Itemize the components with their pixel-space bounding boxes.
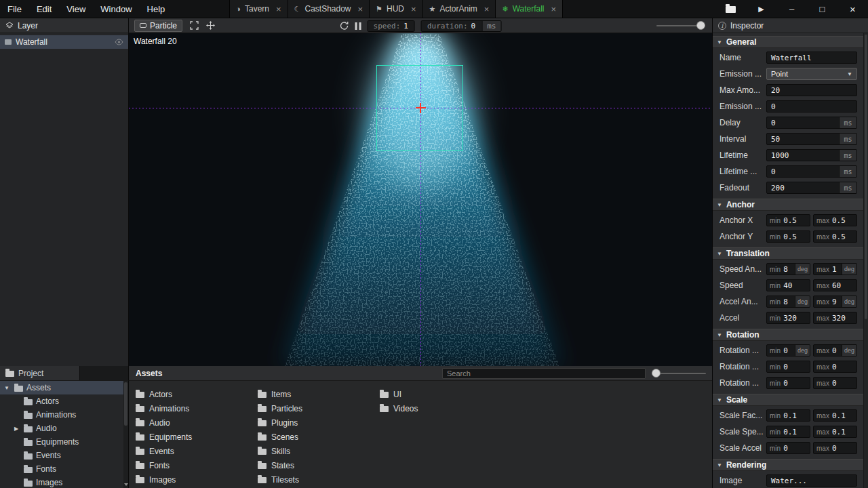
max-input[interactable]: max 0 xyxy=(813,361,857,373)
open-project-button[interactable] xyxy=(715,0,746,18)
milliseconds-input[interactable]: 0 ms xyxy=(766,117,857,129)
asset-folder[interactable]: Scenes xyxy=(258,430,380,444)
maximize-button[interactable]: □ xyxy=(807,0,837,18)
close-tab-icon[interactable]: × xyxy=(276,4,281,14)
document-tab[interactable]: ⚑ HUD × xyxy=(369,0,422,18)
asset-folder[interactable]: UI xyxy=(380,387,502,401)
asset-folder[interactable]: Images xyxy=(136,472,258,487)
search-input[interactable] xyxy=(442,368,646,379)
close-tab-icon[interactable]: × xyxy=(358,4,363,14)
scrollbar-thumb[interactable] xyxy=(865,35,867,319)
min-input[interactable]: min 0 xyxy=(766,442,810,454)
particle-canvas[interactable]: Waterfall 20 xyxy=(129,33,712,366)
max-input[interactable]: max 320 xyxy=(813,312,857,324)
max-amount-input[interactable]: 20 xyxy=(766,84,857,96)
milliseconds-input[interactable]: 50 ms xyxy=(766,133,857,145)
close-tab-icon[interactable]: × xyxy=(411,4,416,14)
document-tab[interactable]: ☾ CastShadow × xyxy=(288,0,370,18)
section-header-rendering[interactable]: ▼ Rendering xyxy=(713,459,868,471)
close-tab-icon[interactable]: × xyxy=(484,4,490,14)
tree-item[interactable]: Actors xyxy=(0,394,123,408)
max-input[interactable]: max 0.5 xyxy=(813,214,857,226)
emission-type-select[interactable]: Point ▼ xyxy=(766,68,857,80)
min-input[interactable]: min 0.1 xyxy=(766,409,810,422)
asset-folder[interactable]: Plugins xyxy=(258,415,380,430)
fit-view-button[interactable] xyxy=(190,21,199,30)
asset-folder[interactable]: Videos xyxy=(380,401,502,415)
milliseconds-input[interactable]: 0 ms xyxy=(766,165,857,178)
inspector-scrollbar[interactable] xyxy=(863,33,868,488)
document-tab[interactable]: ★ ActorAnim × xyxy=(422,0,496,18)
menu[interactable]: Window xyxy=(93,0,139,18)
tree-scrollbar[interactable] xyxy=(123,381,129,488)
max-input[interactable]: max 0.5 xyxy=(813,230,857,243)
asset-folder[interactable]: Actors xyxy=(136,387,258,401)
max-input[interactable]: max 0.1 xyxy=(813,426,857,438)
min-input[interactable]: min 8 deg xyxy=(766,263,810,275)
asset-folder[interactable]: Animations xyxy=(136,401,258,415)
minimize-button[interactable]: – xyxy=(776,0,807,18)
max-input[interactable]: max 0.1 xyxy=(813,409,857,422)
asset-folder[interactable]: Equipments xyxy=(136,430,258,444)
min-input[interactable]: min 0.5 xyxy=(766,230,810,243)
asset-folder[interactable]: Tilesets xyxy=(258,472,380,487)
pause-button[interactable] xyxy=(355,22,361,30)
zoom-slider[interactable] xyxy=(656,21,705,30)
min-input[interactable]: min 0 xyxy=(766,361,810,373)
asset-folder[interactable]: Events xyxy=(136,444,258,458)
restart-button[interactable] xyxy=(340,21,349,30)
menu[interactable]: Help xyxy=(140,0,173,18)
asset-folder[interactable]: Skills xyxy=(258,444,380,458)
thumbnail-size-slider[interactable] xyxy=(652,369,706,378)
scrollbar-thumb[interactable] xyxy=(124,382,127,426)
min-input[interactable]: min 8 deg xyxy=(766,296,810,308)
max-input[interactable]: max 1 deg xyxy=(813,263,857,275)
visibility-eye-icon[interactable] xyxy=(115,39,123,45)
asset-folder[interactable]: Fonts xyxy=(136,458,258,472)
milliseconds-input[interactable]: 1000 ms xyxy=(766,149,857,161)
section-header-translation[interactable]: ▼ Translation xyxy=(713,247,868,260)
emission-count-input[interactable]: 0 xyxy=(766,100,857,113)
document-tab[interactable]: ◑ Tavern × xyxy=(229,0,287,18)
speed-input[interactable]: speed: 1 xyxy=(368,20,415,32)
image-picker[interactable]: Water... xyxy=(766,474,857,487)
close-button[interactable]: × xyxy=(837,0,868,18)
emitter-origin-marker[interactable] xyxy=(420,103,421,113)
close-tab-icon[interactable]: × xyxy=(551,4,557,14)
tree-item[interactable]: Images xyxy=(0,476,123,488)
layer-panel-header[interactable]: Layer xyxy=(0,18,129,33)
menu[interactable]: File xyxy=(0,0,29,18)
max-input[interactable]: max 0 xyxy=(813,377,857,389)
duration-input[interactable]: duration: 0 ms xyxy=(421,20,501,32)
min-input[interactable]: min 0 xyxy=(766,377,810,389)
particle-mode-button[interactable]: Particle xyxy=(134,20,182,32)
asset-folder[interactable]: Items xyxy=(258,387,380,401)
milliseconds-input[interactable]: 200 ms xyxy=(766,182,857,194)
tree-item[interactable]: Animations xyxy=(0,408,123,422)
slider-knob[interactable] xyxy=(652,369,660,378)
tree-item[interactable]: ▶ Audio xyxy=(0,422,123,435)
tree-item[interactable]: Events xyxy=(0,449,123,462)
center-view-button[interactable] xyxy=(206,21,215,30)
max-input[interactable]: max 60 xyxy=(813,279,857,291)
max-input[interactable]: max 0 deg xyxy=(813,344,857,357)
menu[interactable]: Edit xyxy=(29,0,59,18)
asset-folder[interactable]: Audio xyxy=(136,415,258,430)
tree-item[interactable]: Equipments xyxy=(0,435,123,449)
slider-knob[interactable] xyxy=(696,21,705,30)
name-input[interactable]: Waterfall xyxy=(766,52,857,64)
tree-expander-icon[interactable]: ▶ xyxy=(12,426,20,432)
tree-expander-icon[interactable]: ▼ xyxy=(3,385,11,391)
section-header-general[interactable]: ▼ General xyxy=(713,36,868,48)
min-input[interactable]: min 0.1 xyxy=(766,426,810,438)
min-input[interactable]: min 320 xyxy=(766,312,810,324)
section-header-rotation[interactable]: ▼ Rotation xyxy=(713,329,868,341)
min-input[interactable]: min 40 xyxy=(766,279,810,291)
max-input[interactable]: max 9 deg xyxy=(813,296,857,308)
max-input[interactable]: max 0 xyxy=(813,442,857,454)
project-tab[interactable]: Project xyxy=(0,366,80,380)
min-input[interactable]: min 0 deg xyxy=(766,344,810,357)
layer-item[interactable]: Waterfall xyxy=(0,35,128,49)
section-header-anchor[interactable]: ▼ Anchor xyxy=(713,199,868,211)
asset-folder[interactable]: States xyxy=(258,458,380,472)
